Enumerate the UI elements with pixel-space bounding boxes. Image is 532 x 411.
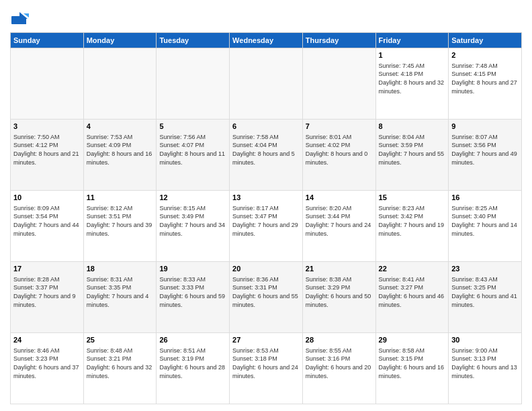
calendar-cell: 14Sunrise: 8:20 AM Sunset: 3:44 PM Dayli… xyxy=(302,191,375,262)
calendar-cell: 20Sunrise: 8:36 AM Sunset: 3:31 PM Dayli… xyxy=(230,262,303,333)
weekday-header-tuesday: Tuesday xyxy=(157,33,230,48)
calendar-cell: 28Sunrise: 8:55 AM Sunset: 3:16 PM Dayli… xyxy=(302,333,375,404)
calendar-cell: 9Sunrise: 8:07 AM Sunset: 3:56 PM Daylig… xyxy=(449,120,522,191)
calendar-cell xyxy=(11,48,84,120)
calendar-cell: 7Sunrise: 8:01 AM Sunset: 4:02 PM Daylig… xyxy=(302,120,375,191)
day-info: Sunrise: 8:46 AM Sunset: 3:23 PM Dayligh… xyxy=(13,347,81,380)
day-info: Sunrise: 8:31 AM Sunset: 3:35 PM Dayligh… xyxy=(87,275,154,309)
day-info: Sunrise: 8:33 AM Sunset: 3:33 PM Dayligh… xyxy=(159,275,226,309)
calendar-cell: 5Sunrise: 7:56 AM Sunset: 4:07 PM Daylig… xyxy=(157,120,230,191)
day-number: 20 xyxy=(232,264,300,274)
day-number: 25 xyxy=(87,335,154,345)
day-info: Sunrise: 7:48 AM Sunset: 4:15 PM Dayligh… xyxy=(451,62,519,95)
day-info: Sunrise: 7:56 AM Sunset: 4:07 PM Dayligh… xyxy=(159,133,226,167)
calendar-cell: 16Sunrise: 8:25 AM Sunset: 3:40 PM Dayli… xyxy=(449,191,522,262)
svg-rect-0 xyxy=(11,16,21,24)
week-row-4: 17Sunrise: 8:28 AM Sunset: 3:37 PM Dayli… xyxy=(11,262,522,333)
calendar-cell: 23Sunrise: 8:43 AM Sunset: 3:25 PM Dayli… xyxy=(449,262,522,333)
calendar-cell xyxy=(157,48,230,120)
day-number: 24 xyxy=(13,335,81,345)
day-number: 16 xyxy=(451,193,519,203)
logo xyxy=(10,9,32,28)
calendar-cell: 27Sunrise: 8:53 AM Sunset: 3:18 PM Dayli… xyxy=(230,333,303,404)
day-number: 28 xyxy=(306,335,373,345)
day-info: Sunrise: 8:38 AM Sunset: 3:29 PM Dayligh… xyxy=(306,275,373,309)
calendar-cell: 15Sunrise: 8:23 AM Sunset: 3:42 PM Dayli… xyxy=(375,191,449,262)
day-info: Sunrise: 8:01 AM Sunset: 4:02 PM Dayligh… xyxy=(306,133,373,167)
day-number: 19 xyxy=(159,264,226,274)
calendar-cell: 24Sunrise: 8:46 AM Sunset: 3:23 PM Dayli… xyxy=(11,333,84,404)
day-number: 9 xyxy=(451,122,519,132)
day-number: 13 xyxy=(232,193,300,203)
day-info: Sunrise: 7:45 AM Sunset: 4:18 PM Dayligh… xyxy=(379,62,446,95)
weekday-header-thursday: Thursday xyxy=(302,33,375,48)
weekday-header-sunday: Sunday xyxy=(11,33,84,48)
day-number: 26 xyxy=(159,335,226,345)
day-info: Sunrise: 8:20 AM Sunset: 3:44 PM Dayligh… xyxy=(306,204,373,238)
day-number: 30 xyxy=(451,335,519,345)
calendar-cell: 10Sunrise: 8:09 AM Sunset: 3:54 PM Dayli… xyxy=(11,191,84,262)
day-number: 27 xyxy=(232,335,300,345)
day-number: 7 xyxy=(306,122,373,132)
day-number: 15 xyxy=(379,193,446,203)
calendar-cell: 13Sunrise: 8:17 AM Sunset: 3:47 PM Dayli… xyxy=(230,191,303,262)
day-number: 17 xyxy=(13,264,81,274)
calendar-cell: 29Sunrise: 8:58 AM Sunset: 3:15 PM Dayli… xyxy=(375,333,449,404)
calendar-cell: 30Sunrise: 9:00 AM Sunset: 3:13 PM Dayli… xyxy=(449,333,522,404)
day-number: 2 xyxy=(451,50,519,60)
calendar-cell: 8Sunrise: 8:04 AM Sunset: 3:59 PM Daylig… xyxy=(375,120,449,191)
day-number: 18 xyxy=(87,264,154,274)
calendar-cell xyxy=(302,48,375,120)
week-row-1: 1Sunrise: 7:45 AM Sunset: 4:18 PM Daylig… xyxy=(11,48,522,120)
weekday-header-row: SundayMondayTuesdayWednesdayThursdayFrid… xyxy=(11,33,522,48)
day-number: 29 xyxy=(379,335,446,345)
day-info: Sunrise: 7:53 AM Sunset: 4:09 PM Dayligh… xyxy=(87,133,154,167)
calendar-cell: 1Sunrise: 7:45 AM Sunset: 4:18 PM Daylig… xyxy=(375,48,449,120)
day-number: 10 xyxy=(13,193,81,203)
day-info: Sunrise: 8:17 AM Sunset: 3:47 PM Dayligh… xyxy=(232,204,300,238)
day-info: Sunrise: 8:51 AM Sunset: 3:19 PM Dayligh… xyxy=(159,347,226,380)
weekday-header-saturday: Saturday xyxy=(449,33,522,48)
day-info: Sunrise: 8:09 AM Sunset: 3:54 PM Dayligh… xyxy=(13,204,81,238)
calendar-table: SundayMondayTuesdayWednesdayThursdayFrid… xyxy=(10,32,522,404)
day-number: 12 xyxy=(159,193,226,203)
week-row-2: 3Sunrise: 7:50 AM Sunset: 4:12 PM Daylig… xyxy=(11,120,522,191)
day-info: Sunrise: 8:28 AM Sunset: 3:37 PM Dayligh… xyxy=(13,275,81,309)
day-info: Sunrise: 8:12 AM Sunset: 3:51 PM Dayligh… xyxy=(87,204,154,238)
calendar-cell: 18Sunrise: 8:31 AM Sunset: 3:35 PM Dayli… xyxy=(83,262,157,333)
day-info: Sunrise: 9:00 AM Sunset: 3:13 PM Dayligh… xyxy=(451,347,519,380)
calendar-cell: 2Sunrise: 7:48 AM Sunset: 4:15 PM Daylig… xyxy=(449,48,522,120)
day-info: Sunrise: 7:58 AM Sunset: 4:04 PM Dayligh… xyxy=(232,133,300,167)
day-info: Sunrise: 8:48 AM Sunset: 3:21 PM Dayligh… xyxy=(87,347,154,380)
calendar-cell xyxy=(230,48,303,120)
day-number: 1 xyxy=(379,50,446,60)
day-info: Sunrise: 8:15 AM Sunset: 3:49 PM Dayligh… xyxy=(159,204,226,238)
day-info: Sunrise: 8:41 AM Sunset: 3:27 PM Dayligh… xyxy=(379,275,446,309)
day-number: 21 xyxy=(306,264,373,274)
day-info: Sunrise: 8:55 AM Sunset: 3:16 PM Dayligh… xyxy=(306,347,373,380)
logo-icon xyxy=(10,9,29,28)
week-row-5: 24Sunrise: 8:46 AM Sunset: 3:23 PM Dayli… xyxy=(11,333,522,404)
day-info: Sunrise: 8:53 AM Sunset: 3:18 PM Dayligh… xyxy=(232,347,300,380)
day-info: Sunrise: 8:23 AM Sunset: 3:42 PM Dayligh… xyxy=(379,204,446,238)
day-number: 11 xyxy=(87,193,154,203)
calendar-cell: 6Sunrise: 7:58 AM Sunset: 4:04 PM Daylig… xyxy=(230,120,303,191)
day-info: Sunrise: 8:58 AM Sunset: 3:15 PM Dayligh… xyxy=(379,347,446,380)
day-info: Sunrise: 8:43 AM Sunset: 3:25 PM Dayligh… xyxy=(451,275,519,309)
calendar-cell: 12Sunrise: 8:15 AM Sunset: 3:49 PM Dayli… xyxy=(157,191,230,262)
week-row-3: 10Sunrise: 8:09 AM Sunset: 3:54 PM Dayli… xyxy=(11,191,522,262)
weekday-header-friday: Friday xyxy=(375,33,449,48)
day-number: 3 xyxy=(13,122,81,132)
calendar-cell: 22Sunrise: 8:41 AM Sunset: 3:27 PM Dayli… xyxy=(375,262,449,333)
day-number: 6 xyxy=(232,122,300,132)
page-header xyxy=(10,7,522,28)
calendar-cell: 25Sunrise: 8:48 AM Sunset: 3:21 PM Dayli… xyxy=(83,333,157,404)
calendar-cell: 11Sunrise: 8:12 AM Sunset: 3:51 PM Dayli… xyxy=(83,191,157,262)
calendar-cell: 4Sunrise: 7:53 AM Sunset: 4:09 PM Daylig… xyxy=(83,120,157,191)
calendar-cell: 21Sunrise: 8:38 AM Sunset: 3:29 PM Dayli… xyxy=(302,262,375,333)
calendar-cell xyxy=(83,48,157,120)
day-number: 8 xyxy=(379,122,446,132)
day-number: 4 xyxy=(87,122,154,132)
calendar-cell: 19Sunrise: 8:33 AM Sunset: 3:33 PM Dayli… xyxy=(157,262,230,333)
weekday-header-monday: Monday xyxy=(83,33,157,48)
